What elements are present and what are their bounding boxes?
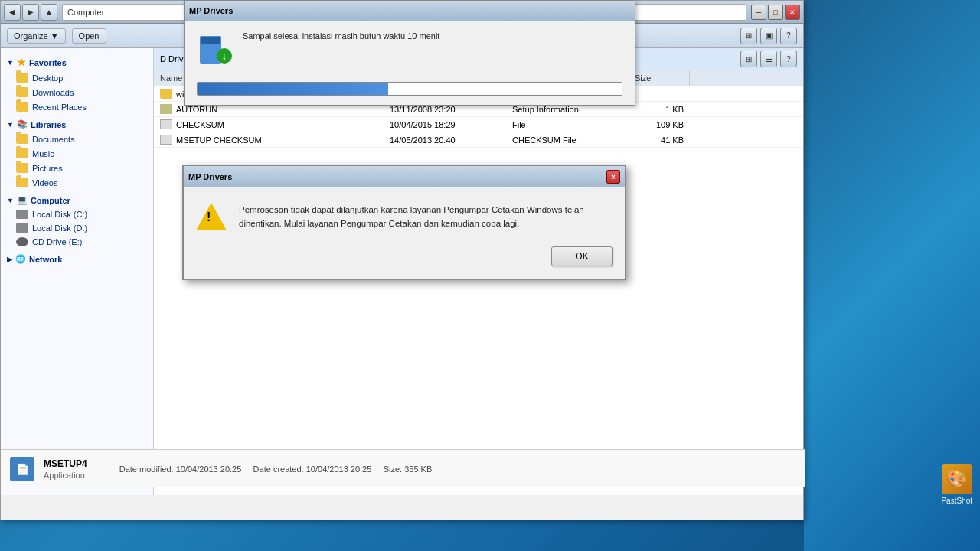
ok-button[interactable]: OK (551, 246, 612, 266)
documents-folder-icon (16, 134, 28, 144)
error-close-button[interactable]: × (606, 170, 620, 184)
size-value: 355 KB (404, 465, 432, 474)
status-bar: 📄 MSETUP4 Application Date modified: 10/… (1, 449, 805, 487)
error-dialog-title: MP Drivers (188, 172, 232, 181)
table-row[interactable]: MSETUP CHECKSUM 14/05/2013 20:40 CHECKSU… (154, 132, 803, 148)
sidebar-item-documents[interactable]: Documents (1, 132, 153, 146)
close-button[interactable]: ✕ (785, 5, 800, 20)
view-toggle-button[interactable]: ⊞ (740, 28, 757, 44)
file-type-3: CHECKSUM File (506, 135, 629, 145)
sidebar-item-downloads[interactable]: Downloads (1, 85, 153, 99)
forward-button[interactable]: ▶ (22, 4, 39, 21)
window-controls: ─ □ ✕ (751, 5, 800, 20)
msetup-icon (160, 135, 172, 145)
sidebar-favorites-section: ▼ ★ Favorites Desktop Downloads Recent P… (1, 54, 153, 114)
sidebar-network-section: ▶ 🌐 Network (1, 252, 153, 266)
maximize-button[interactable]: □ (768, 5, 783, 20)
sidebar-favorites-header[interactable]: ▼ ★ Favorites (1, 54, 153, 70)
sidebar-computer-header[interactable]: ▼ 💻 Computer (1, 193, 153, 207)
sidebar-item-pictures[interactable]: Pictures (1, 161, 153, 175)
error-message: Pemrosesan tidak dapat dilanjutkan karen… (239, 203, 612, 231)
file-name-1: AUTORUN (176, 105, 217, 114)
sidebar-desktop-label: Desktop (32, 73, 63, 83)
status-filetype: Application (44, 471, 87, 480)
date-created-value: 10/04/2013 20:25 (306, 465, 372, 474)
sidebar-item-local-c[interactable]: Local Disk (C:) (1, 207, 153, 221)
file-size-1: 1 KB (629, 105, 690, 114)
computer-label: Computer (31, 196, 70, 205)
error-titlebar: MP Drivers × (184, 166, 625, 187)
checksum-icon (160, 119, 172, 129)
install-content: ↓ Sampai selesai instalasi masih butuh w… (185, 21, 635, 76)
file-meta: Date modified: 10/04/2013 20:25 Date cre… (119, 465, 433, 474)
downloads-folder-icon (16, 87, 28, 97)
grid-view-button[interactable]: ⊞ (740, 51, 757, 67)
sidebar-item-desktop[interactable]: Desktop (1, 70, 153, 85)
sidebar-item-music[interactable]: Music (1, 146, 153, 161)
file-type-2: File (506, 120, 629, 129)
recent-folder-icon (16, 102, 28, 112)
file-icon: 📄 (10, 457, 34, 481)
breadcrumb-text: Computer (67, 8, 104, 17)
list-view-button[interactable]: ☰ (760, 51, 777, 67)
sidebar-music-label: Music (32, 149, 54, 158)
open-label: Open (79, 31, 100, 41)
sidebar-pictures-label: Pictures (32, 164, 63, 173)
sidebar-computer-section: ▼ 💻 Computer Local Disk (C:) Local Disk … (1, 193, 153, 249)
install-icon: ↓ (197, 30, 234, 67)
col-header-size[interactable]: Size (629, 70, 690, 86)
organize-label: Organize ▼ (14, 31, 59, 41)
install-message: Sampai selesai instalasi masih butuh wak… (243, 30, 439, 43)
file-date-1: 13/11/2008 23:20 (384, 105, 506, 114)
win-folder-icon (160, 89, 172, 99)
sidebar-item-local-d[interactable]: Local Disk (D:) (1, 221, 153, 235)
desktop-area: 🎨 PastShot (804, 0, 980, 551)
help-button[interactable]: ? (780, 28, 797, 44)
nav-buttons: ◀ ▶ ▲ (4, 4, 57, 21)
back-button[interactable]: ◀ (4, 4, 21, 21)
sidebar-libraries-section: ▼ 📚 Libraries Documents Music Pictures (1, 117, 153, 190)
desktop-folder-icon (16, 73, 28, 83)
open-button[interactable]: Open (72, 28, 106, 44)
file-size-2: 109 KB (629, 120, 690, 129)
size-label: Size: (384, 465, 402, 474)
sidebar-libraries-header[interactable]: ▼ 📚 Libraries (1, 117, 153, 132)
sidebar-downloads-label: Downloads (32, 88, 74, 97)
details-view-button[interactable]: ? (780, 51, 797, 67)
install-title: MP Drivers (189, 6, 233, 15)
libraries-label: Libraries (31, 120, 66, 129)
pictures-folder-icon (16, 163, 28, 173)
sidebar-item-videos[interactable]: Videos (1, 175, 153, 190)
minimize-button[interactable]: ─ (751, 5, 766, 20)
file-name-3: MSETUP CHECKSUM (176, 135, 262, 145)
table-row[interactable]: CHECKSUM 10/04/2015 18:29 File 109 KB (154, 117, 803, 132)
file-info: MSETUP4 Application (44, 458, 87, 480)
drive-d-icon (16, 223, 28, 233)
music-folder-icon (16, 148, 28, 158)
up-button[interactable]: ▲ (41, 4, 57, 21)
network-label: Network (29, 255, 62, 264)
sidebar-item-recent[interactable]: Recent Places (1, 99, 153, 114)
file-date-2: 10/04/2015 18:29 (384, 120, 506, 129)
videos-folder-icon (16, 178, 28, 187)
error-body: Pemrosesan tidak dapat dilanjutkan karen… (184, 187, 625, 246)
file-date-3: 14/05/2013 20:40 (384, 135, 506, 145)
sidebar-network-header[interactable]: ▶ 🌐 Network (1, 252, 153, 266)
sidebar-local-c-label: Local Disk (C:) (32, 210, 87, 219)
file-name-2: CHECKSUM (176, 120, 224, 129)
drive-e-icon (16, 237, 28, 246)
warning-triangle (196, 203, 227, 230)
pane-button[interactable]: ▣ (760, 28, 777, 44)
drive-c-icon (16, 210, 28, 219)
file-type-1: Setup Information (506, 105, 629, 114)
desktop-icon-paint[interactable]: 🎨 PastShot (941, 464, 972, 505)
autorun-icon (160, 104, 172, 114)
sidebar-item-cd-e[interactable]: CD Drive (E:) (1, 235, 153, 249)
date-modified-label: Date modified: (119, 465, 174, 474)
sidebar-recent-label: Recent Places (32, 103, 87, 112)
svg-rect-1 (201, 37, 220, 44)
sidebar-local-d-label: Local Disk (D:) (32, 223, 87, 233)
organize-button[interactable]: Organize ▼ (7, 28, 66, 44)
install-titlebar: MP Drivers (185, 1, 635, 21)
sidebar: ▼ ★ Favorites Desktop Downloads Recent P… (1, 48, 154, 495)
